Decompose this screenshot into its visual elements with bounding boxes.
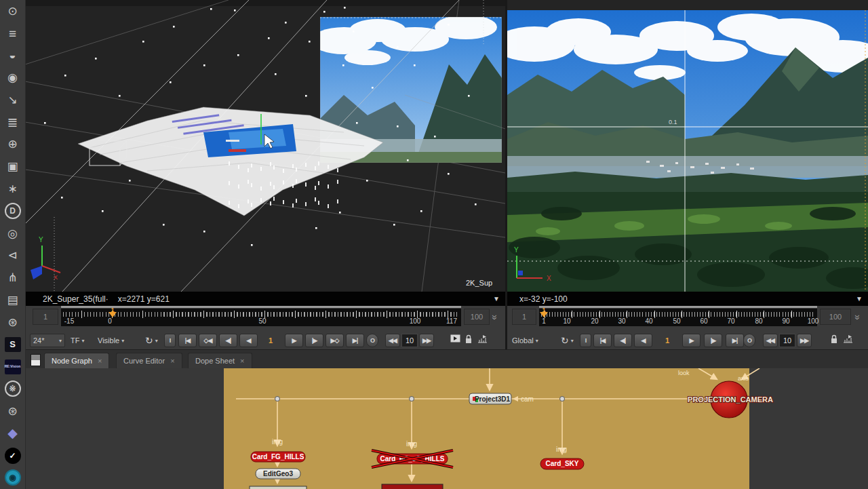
loop-mode-button[interactable]: ↻ ▾ <box>561 334 574 347</box>
current-frame-field[interactable]: 1 <box>658 334 677 347</box>
close-icon[interactable]: × <box>240 357 244 365</box>
image-menu-icon[interactable]: ≡ <box>0 22 25 45</box>
svg-text:Card_SKY: Card_SKY <box>546 460 579 467</box>
play-button[interactable]: ▶ <box>285 334 303 347</box>
prev-keyframe-button[interactable]: ◇◀ <box>199 334 217 347</box>
metadata-tag-icon[interactable]: ⊲ <box>0 244 25 267</box>
frame-increment-field[interactable]: 10 <box>401 334 418 347</box>
tools-wrench-icon[interactable]: ⋔ <box>0 267 25 289</box>
partial-node[interactable] <box>250 486 307 489</box>
in-out-button[interactable]: I <box>580 334 591 347</box>
flame-plugin-icon[interactable]: ※ <box>0 378 25 400</box>
viewer-2d[interactable]: 0.1 Y X <box>507 10 868 292</box>
in-out-button[interactable]: I <box>164 334 176 347</box>
timeline-ruler[interactable]: -15 0 50 100 117 1 <box>61 309 461 326</box>
rewind-button[interactable]: ◀◀ <box>763 334 778 347</box>
node-card-sky[interactable]: Card_SKY <box>540 458 584 469</box>
archive-drawer-icon[interactable]: ▤ <box>0 289 25 311</box>
timeline-ruler[interactable]: 1 10 20 30 40 50 60 70 80 90 100 1 <box>539 309 817 326</box>
next-keyframe-button[interactable]: ▶◇ <box>326 334 344 347</box>
fps-selector[interactable]: 24*▾ <box>30 334 65 347</box>
node-editgeo[interactable]: EditGeo3 <box>256 469 300 479</box>
loop-mode-button[interactable]: ↻ ▾ <box>145 334 158 347</box>
color-menu-icon[interactable]: ↘ <box>0 89 25 111</box>
play-backward-button[interactable]: ◀ <box>239 334 258 347</box>
range-out-field[interactable]: 100 <box>464 309 490 325</box>
transform-menu-icon[interactable]: ⊕ <box>0 134 25 156</box>
step-forward-button[interactable]: |▶ <box>704 334 722 347</box>
rewind-button[interactable]: ◀◀ <box>385 334 400 347</box>
go-to-start-button[interactable]: |◀ <box>593 334 612 347</box>
cache-bar <box>61 306 461 308</box>
img-input-label: img <box>272 438 283 446</box>
draw-menu-icon[interactable]: ◒ <box>0 45 25 67</box>
timeline-graph-icon[interactable] <box>843 334 853 343</box>
tab-dope-sheet[interactable]: Dope Sheet × <box>188 353 252 368</box>
play-button[interactable]: ▶ <box>682 334 701 347</box>
deep-menu-icon[interactable]: D <box>0 200 25 222</box>
3d-menu-icon[interactable]: ▣ <box>0 155 25 178</box>
dropdown-caret-icon: ▾ <box>155 338 158 344</box>
viewer-menu-caret-icon[interactable]: ▼ <box>856 295 863 302</box>
particles-menu-icon[interactable]: ∗ <box>0 178 25 200</box>
close-icon[interactable]: × <box>98 357 102 365</box>
go-to-start-button[interactable]: |◀ <box>178 334 197 347</box>
tab-label: Node Graph <box>52 357 92 365</box>
fast-forward-button[interactable]: ▶▶ <box>419 334 434 347</box>
fast-forward-button[interactable]: ▶▶ <box>797 334 812 347</box>
cache-bar <box>539 306 817 308</box>
node-project3d[interactable]: Project3D1 cam <box>469 393 534 404</box>
tf-selector[interactable]: TF▾ <box>71 334 84 347</box>
play-backward-button[interactable]: ◀ <box>634 334 652 347</box>
viewport-3d[interactable]: Y X 2K_Sup <box>25 0 505 292</box>
tick-label: 30 <box>618 317 625 325</box>
sapphire-plugin-icon[interactable]: S <box>0 333 25 355</box>
timeline-graph-icon[interactable] <box>477 334 488 343</box>
node-graph[interactable]: Project3D1 cam look axis PROJECTION_CAME… <box>0 368 868 489</box>
tab-curve-editor[interactable]: Curve Editor × <box>116 353 182 368</box>
flipbook-icon[interactable] <box>450 334 460 343</box>
go-to-end-button[interactable]: ▶| <box>726 334 744 347</box>
plugin-globe2-icon[interactable]: ⊛ <box>0 400 25 423</box>
plugin-globe-icon[interactable]: ⊛ <box>0 311 25 334</box>
step-back-button[interactable]: ◀| <box>219 334 237 347</box>
svg-text:Y: Y <box>39 236 43 243</box>
lock-range-icon[interactable] <box>465 334 473 344</box>
range-mode-selector[interactable]: Global▾ <box>512 334 538 347</box>
node-card-fg-hills[interactable]: Card_FG_HILLS <box>251 452 305 462</box>
revision-plugin-icon[interactable]: RE:Vision <box>0 355 25 378</box>
swoosh-plugin-icon[interactable]: ✓ <box>0 444 25 467</box>
playhead[interactable] <box>108 312 117 317</box>
step-forward-button[interactable]: |▶ <box>305 334 323 347</box>
panel-layout-icon[interactable] <box>31 354 41 366</box>
channels-menu-icon[interactable]: ◉ <box>0 66 25 89</box>
merge-menu-icon[interactable]: ≣ <box>0 111 25 134</box>
step-back-button[interactable]: ◀| <box>614 334 632 347</box>
clock-icon[interactable]: ⊙ <box>0 0 25 22</box>
partial-node[interactable] <box>382 484 443 489</box>
range-in-field[interactable]: 1 <box>512 309 536 325</box>
viewer-menu-caret-icon[interactable]: ▼ <box>493 295 500 302</box>
fan-plugin-icon[interactable]: ◆ <box>0 423 25 445</box>
nuke-window: Y X 2K_Sup <box>0 0 868 489</box>
go-to-end-button[interactable]: ▶| <box>346 334 364 347</box>
current-frame-field[interactable]: 1 <box>261 334 280 347</box>
range-in-field[interactable]: 1 <box>33 309 58 325</box>
visibility-selector[interactable]: Visible▾ <box>98 334 124 347</box>
svg-text:0.1: 0.1 <box>669 119 677 125</box>
expand-chevron-icon[interactable]: » <box>490 315 500 320</box>
loop-once-button[interactable]: O <box>743 334 755 347</box>
views-eye-icon[interactable]: ◎ <box>0 222 25 245</box>
teal-plugin-icon[interactable]: ◉ <box>0 467 25 489</box>
format-tag: 2K_Sup <box>466 279 492 287</box>
frame-increment-field[interactable]: 10 <box>779 334 795 347</box>
playhead[interactable] <box>540 312 548 317</box>
dropdown-caret-icon: ▾ <box>536 338 538 344</box>
close-icon[interactable]: × <box>170 357 174 365</box>
range-out-field[interactable]: 100 <box>820 309 851 325</box>
expand-chevron-icon[interactable]: » <box>852 315 863 320</box>
backdrop-node[interactable] <box>224 368 749 489</box>
loop-once-button[interactable]: O <box>366 334 378 347</box>
lock-range-icon[interactable] <box>830 334 838 344</box>
tab-node-graph[interactable]: Node Graph × <box>44 353 109 368</box>
